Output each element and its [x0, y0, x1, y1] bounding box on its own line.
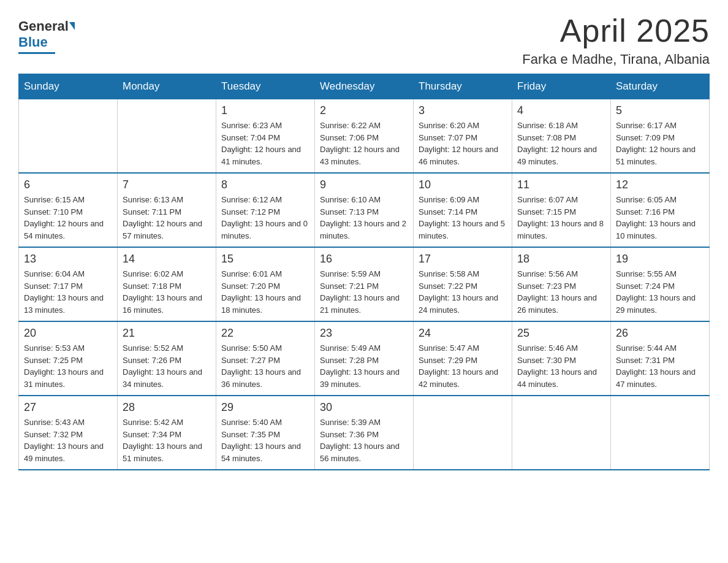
cell-info-text: Sunrise: 5:56 AM Sunset: 7:23 PM Dayligh…: [517, 268, 605, 316]
calendar-cell: 7Sunrise: 6:13 AM Sunset: 7:11 PM Daylig…: [118, 173, 216, 247]
cell-info-text: Sunrise: 6:22 AM Sunset: 7:06 PM Dayligh…: [320, 120, 408, 167]
page-header: General Blue April 2025 Farka e Madhe, T…: [18, 12, 710, 67]
cell-day-number: 8: [221, 178, 309, 191]
calendar-cell: 8Sunrise: 6:12 AM Sunset: 7:12 PM Daylig…: [216, 173, 315, 247]
calendar-cell: 1Sunrise: 6:23 AM Sunset: 7:04 PM Daylig…: [216, 99, 315, 174]
cell-day-number: 2: [320, 104, 408, 117]
calendar-cell: 6Sunrise: 6:15 AM Sunset: 7:10 PM Daylig…: [19, 173, 118, 247]
cell-day-number: 12: [616, 178, 704, 191]
calendar-week-row: 1Sunrise: 6:23 AM Sunset: 7:04 PM Daylig…: [19, 99, 710, 174]
calendar-day-header: Wednesday: [315, 74, 414, 99]
calendar-week-row: 13Sunrise: 6:04 AM Sunset: 7:17 PM Dayli…: [19, 247, 710, 321]
calendar-cell: 24Sunrise: 5:47 AM Sunset: 7:29 PM Dayli…: [414, 321, 512, 396]
cell-day-number: 27: [24, 401, 112, 414]
cell-day-number: 18: [517, 253, 605, 266]
cell-day-number: 3: [419, 104, 507, 117]
calendar-week-row: 20Sunrise: 5:53 AM Sunset: 7:25 PM Dayli…: [19, 321, 710, 396]
calendar-day-header: Thursday: [414, 74, 512, 99]
cell-info-text: Sunrise: 5:53 AM Sunset: 7:25 PM Dayligh…: [24, 342, 112, 390]
calendar-cell: 10Sunrise: 6:09 AM Sunset: 7:14 PM Dayli…: [414, 173, 512, 247]
calendar-day-header: Sunday: [19, 74, 118, 99]
cell-day-number: 26: [616, 327, 704, 340]
cell-info-text: Sunrise: 6:04 AM Sunset: 7:17 PM Dayligh…: [24, 268, 112, 316]
calendar-cell: [611, 396, 710, 470]
cell-info-text: Sunrise: 5:44 AM Sunset: 7:31 PM Dayligh…: [616, 342, 704, 390]
calendar-cell: 17Sunrise: 5:58 AM Sunset: 7:22 PM Dayli…: [414, 247, 512, 321]
cell-day-number: 4: [517, 104, 605, 117]
cell-info-text: Sunrise: 6:18 AM Sunset: 7:08 PM Dayligh…: [517, 120, 605, 167]
cell-info-text: Sunrise: 5:55 AM Sunset: 7:24 PM Dayligh…: [616, 268, 704, 316]
cell-day-number: 13: [24, 253, 112, 266]
calendar-cell: [19, 99, 118, 174]
logo-blue-text: Blue: [18, 34, 48, 50]
calendar-cell: 12Sunrise: 6:05 AM Sunset: 7:16 PM Dayli…: [611, 173, 710, 247]
calendar-day-header: Saturday: [611, 74, 710, 99]
cell-day-number: 19: [616, 253, 704, 266]
cell-day-number: 21: [123, 327, 211, 340]
cell-day-number: 10: [419, 178, 507, 191]
calendar-cell: [512, 396, 611, 470]
calendar-cell: 5Sunrise: 6:17 AM Sunset: 7:09 PM Daylig…: [611, 99, 710, 174]
cell-day-number: 16: [320, 253, 408, 266]
calendar-cell: 4Sunrise: 6:18 AM Sunset: 7:08 PM Daylig…: [512, 99, 611, 174]
cell-info-text: Sunrise: 5:40 AM Sunset: 7:35 PM Dayligh…: [221, 416, 309, 464]
cell-info-text: Sunrise: 5:58 AM Sunset: 7:22 PM Dayligh…: [419, 268, 507, 316]
cell-info-text: Sunrise: 5:39 AM Sunset: 7:36 PM Dayligh…: [320, 416, 408, 464]
cell-info-text: Sunrise: 5:59 AM Sunset: 7:21 PM Dayligh…: [320, 268, 408, 316]
cell-info-text: Sunrise: 6:09 AM Sunset: 7:14 PM Dayligh…: [419, 194, 507, 242]
cell-day-number: 28: [123, 401, 211, 414]
cell-day-number: 9: [320, 178, 408, 191]
cell-day-number: 11: [517, 178, 605, 191]
logo-arrow-icon: [69, 22, 75, 30]
cell-info-text: Sunrise: 6:01 AM Sunset: 7:20 PM Dayligh…: [221, 268, 309, 316]
calendar-cell: 29Sunrise: 5:40 AM Sunset: 7:35 PM Dayli…: [216, 396, 315, 470]
logo: General Blue: [18, 18, 75, 54]
cell-day-number: 6: [24, 178, 112, 191]
cell-info-text: Sunrise: 6:05 AM Sunset: 7:16 PM Dayligh…: [616, 194, 704, 242]
calendar-cell: 13Sunrise: 6:04 AM Sunset: 7:17 PM Dayli…: [19, 247, 118, 321]
calendar-cell: 16Sunrise: 5:59 AM Sunset: 7:21 PM Dayli…: [315, 247, 414, 321]
cell-info-text: Sunrise: 6:17 AM Sunset: 7:09 PM Dayligh…: [616, 120, 704, 167]
logo-blue-part: [69, 22, 75, 31]
cell-info-text: Sunrise: 5:43 AM Sunset: 7:32 PM Dayligh…: [24, 416, 112, 464]
calendar-cell: 11Sunrise: 6:07 AM Sunset: 7:15 PM Dayli…: [512, 173, 611, 247]
calendar-cell: 25Sunrise: 5:46 AM Sunset: 7:30 PM Dayli…: [512, 321, 611, 396]
calendar-cell: 9Sunrise: 6:10 AM Sunset: 7:13 PM Daylig…: [315, 173, 414, 247]
cell-info-text: Sunrise: 5:50 AM Sunset: 7:27 PM Dayligh…: [221, 342, 309, 390]
cell-info-text: Sunrise: 6:15 AM Sunset: 7:10 PM Dayligh…: [24, 194, 112, 242]
cell-info-text: Sunrise: 6:02 AM Sunset: 7:18 PM Dayligh…: [123, 268, 211, 316]
cell-day-number: 23: [320, 327, 408, 340]
cell-day-number: 30: [320, 401, 408, 414]
calendar-cell: 3Sunrise: 6:20 AM Sunset: 7:07 PM Daylig…: [414, 99, 512, 174]
calendar-table: SundayMondayTuesdayWednesdayThursdayFrid…: [18, 74, 710, 470]
cell-info-text: Sunrise: 6:10 AM Sunset: 7:13 PM Dayligh…: [320, 194, 408, 242]
calendar-cell: 26Sunrise: 5:44 AM Sunset: 7:31 PM Dayli…: [611, 321, 710, 396]
calendar-cell: 28Sunrise: 5:42 AM Sunset: 7:34 PM Dayli…: [118, 396, 216, 470]
title-block: April 2025 Farka e Madhe, Tirana, Albani…: [522, 12, 710, 67]
cell-day-number: 14: [123, 253, 211, 266]
cell-info-text: Sunrise: 5:42 AM Sunset: 7:34 PM Dayligh…: [123, 416, 211, 464]
calendar-cell: 27Sunrise: 5:43 AM Sunset: 7:32 PM Dayli…: [19, 396, 118, 470]
cell-day-number: 17: [419, 253, 507, 266]
calendar-cell: 30Sunrise: 5:39 AM Sunset: 7:36 PM Dayli…: [315, 396, 414, 470]
calendar-cell: [414, 396, 512, 470]
cell-day-number: 29: [221, 401, 309, 414]
cell-day-number: 20: [24, 327, 112, 340]
calendar-cell: 15Sunrise: 6:01 AM Sunset: 7:20 PM Dayli…: [216, 247, 315, 321]
calendar-cell: 19Sunrise: 5:55 AM Sunset: 7:24 PM Dayli…: [611, 247, 710, 321]
calendar-week-row: 6Sunrise: 6:15 AM Sunset: 7:10 PM Daylig…: [19, 173, 710, 247]
cell-info-text: Sunrise: 6:23 AM Sunset: 7:04 PM Dayligh…: [221, 120, 309, 167]
calendar-cell: 23Sunrise: 5:49 AM Sunset: 7:28 PM Dayli…: [315, 321, 414, 396]
calendar-day-header: Friday: [512, 74, 611, 99]
cell-info-text: Sunrise: 6:20 AM Sunset: 7:07 PM Dayligh…: [419, 120, 507, 167]
calendar-cell: 22Sunrise: 5:50 AM Sunset: 7:27 PM Dayli…: [216, 321, 315, 396]
cell-info-text: Sunrise: 5:52 AM Sunset: 7:26 PM Dayligh…: [123, 342, 211, 390]
cell-day-number: 5: [616, 104, 704, 117]
cell-info-text: Sunrise: 5:49 AM Sunset: 7:28 PM Dayligh…: [320, 342, 408, 390]
calendar-header-row: SundayMondayTuesdayWednesdayThursdayFrid…: [19, 74, 710, 99]
main-title: April 2025: [522, 12, 710, 49]
calendar-cell: 20Sunrise: 5:53 AM Sunset: 7:25 PM Dayli…: [19, 321, 118, 396]
cell-info-text: Sunrise: 5:46 AM Sunset: 7:30 PM Dayligh…: [517, 342, 605, 390]
cell-day-number: 22: [221, 327, 309, 340]
logo-underline: [18, 52, 55, 54]
